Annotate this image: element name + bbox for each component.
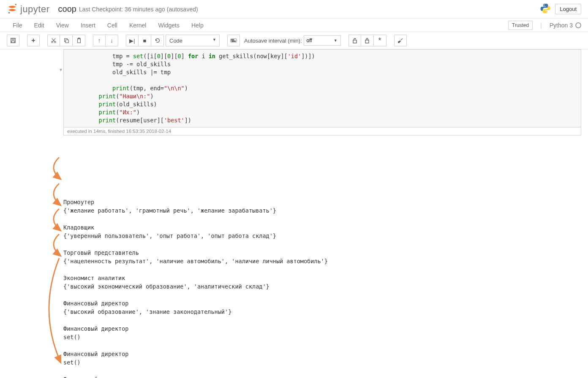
menubar: FileEditViewInsertCellKernelWidgetsHelp … — [0, 19, 588, 32]
autosave-select[interactable]: off — [304, 35, 341, 46]
svg-rect-18 — [353, 40, 357, 43]
restart-button[interactable] — [151, 35, 164, 46]
header-bar: jupyter coop Last Checkpoint: 36 minutes… — [0, 0, 588, 19]
svg-rect-13 — [231, 39, 237, 42]
svg-rect-5 — [12, 38, 14, 40]
svg-rect-11 — [77, 39, 80, 43]
kernel-indicator[interactable]: Python 3 — [550, 22, 581, 29]
python-icon — [540, 3, 551, 15]
move-down-button[interactable]: ↓ — [106, 35, 118, 46]
menu-view[interactable]: View — [50, 19, 75, 31]
paste-button[interactable] — [73, 35, 85, 46]
command-palette-button[interactable] — [227, 35, 240, 46]
move-up-button[interactable]: ↑ — [93, 35, 106, 46]
checkpoint-text: Last Checkpoint: 36 minutes ago (autosav… — [79, 6, 198, 13]
trusted-indicator[interactable]: Trusted — [508, 21, 533, 30]
menu-file[interactable]: File — [7, 19, 28, 31]
execution-info: executed in 14ms, finished 16:53:35 2018… — [63, 127, 581, 135]
svg-rect-14 — [231, 40, 232, 40]
jupyter-logo[interactable]: jupyter — [7, 3, 50, 16]
tools-button[interactable] — [394, 35, 407, 46]
logout-button[interactable]: Logout — [555, 4, 581, 14]
notebook-name[interactable]: coop — [58, 4, 76, 14]
annotation-arrow-4 — [45, 216, 65, 275]
kernel-status-icon — [575, 22, 581, 28]
code-content[interactable]: tmp = set([i[0][0][0] for i in get_skill… — [64, 50, 581, 127]
insert-cell-button[interactable]: + — [27, 35, 40, 46]
notebook-area: ▼ tmp = set([i[0][0][0] for i in get_ski… — [0, 49, 588, 378]
kernel-name: Python 3 — [550, 22, 573, 29]
jupyter-icon — [7, 3, 18, 16]
code-cell[interactable]: ▼ tmp = set([i[0][0][0] for i in get_ski… — [63, 49, 581, 135]
menu-edit[interactable]: Edit — [28, 19, 50, 31]
svg-rect-6 — [12, 41, 15, 43]
toolbar: + ↑ ↓ ▶| ■ Code Autosave interval (min):… — [0, 32, 588, 49]
code-input-area[interactable]: ▼ tmp = set([i[0][0][0] for i in get_ski… — [63, 49, 581, 127]
menu-insert[interactable]: Insert — [75, 19, 101, 31]
jupyter-logo-text: jupyter — [20, 4, 50, 15]
run-button[interactable]: ▶| — [126, 35, 139, 46]
asterisk-button[interactable]: * — [374, 35, 387, 46]
menu-help[interactable]: Help — [185, 19, 210, 31]
svg-rect-19 — [365, 40, 369, 43]
fold-arrow-icon[interactable]: ▼ — [59, 68, 63, 72]
copy-button[interactable] — [60, 35, 73, 46]
svg-rect-15 — [232, 40, 233, 40]
menu-widgets[interactable]: Widgets — [152, 19, 185, 31]
cut-button[interactable] — [47, 35, 60, 46]
svg-rect-10 — [65, 40, 68, 43]
annotation-arrow-3 — [45, 190, 65, 250]
menu-cell[interactable]: Cell — [101, 19, 123, 31]
interrupt-button[interactable]: ■ — [139, 35, 151, 46]
menu-kernel[interactable]: Kernel — [123, 19, 152, 31]
svg-point-0 — [15, 4, 17, 5]
autosave-label: Autosave interval (min): — [244, 38, 302, 44]
save-button[interactable] — [7, 35, 19, 46]
annotation-arrow-1 — [45, 139, 65, 199]
celltype-select[interactable]: Code — [166, 35, 220, 46]
unlock-button[interactable] — [348, 35, 361, 46]
svg-point-1 — [8, 12, 10, 14]
svg-point-2 — [544, 5, 545, 5]
output-area: Промоутер {'желание работать', 'грамотны… — [63, 135, 588, 378]
annotation-arrow-2 — [45, 165, 65, 225]
output-text: Промоутер {'желание работать', 'грамотны… — [63, 198, 588, 378]
lock-button[interactable] — [361, 35, 374, 46]
annotation-arrow-5 — [41, 240, 63, 378]
svg-rect-17 — [231, 41, 236, 42]
svg-rect-16 — [233, 40, 234, 40]
svg-point-3 — [546, 11, 547, 12]
